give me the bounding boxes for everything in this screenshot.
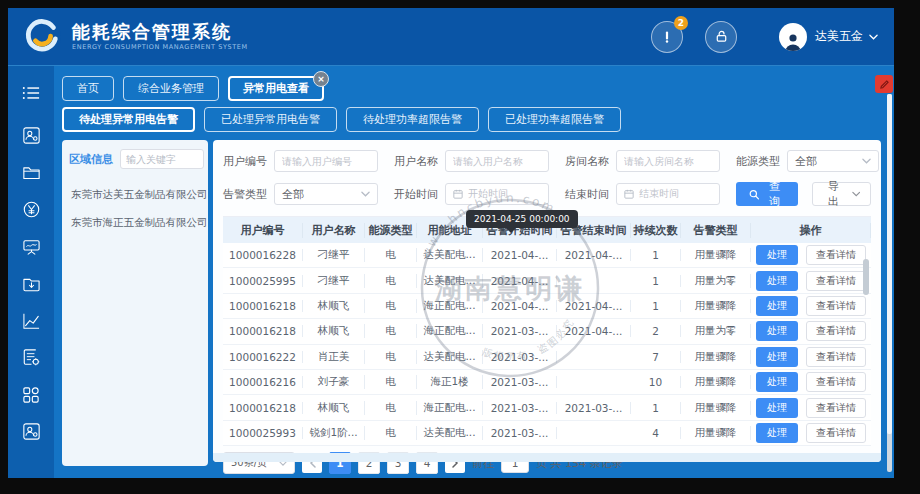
sidebar-item-collection[interactable] [8, 265, 54, 302]
handle-button[interactable]: 处理 [756, 372, 798, 392]
screen: 能耗综合管理系统 ENERGY CONSUMPTION MANAGEMENT S… [0, 0, 920, 494]
view-detail-button[interactable]: 查看详情 [806, 321, 866, 341]
person-icon [783, 31, 803, 51]
energy-type-select[interactable]: 全部 [787, 150, 879, 172]
filter-row-2: 告警类型 全部 开始时间 [223, 182, 871, 206]
room-name-input[interactable] [616, 150, 720, 172]
end-time-input[interactable]: 结束时间 [616, 183, 720, 205]
handle-button[interactable]: 处理 [756, 347, 798, 367]
tab-label: 异常用电查看 [243, 82, 309, 95]
subtab-pending-power-limit[interactable]: 待处理功率超限告警 [346, 107, 479, 132]
list-item[interactable]: 东莞市达美五金制品有限公司 [69, 181, 201, 209]
user-menu[interactable]: 达美五金 [779, 23, 878, 51]
view-detail-button[interactable]: 查看详情 [806, 423, 866, 443]
room-name-label: 房间名称 [565, 154, 609, 169]
table-row[interactable]: 1000016222 肖正美 电 达美配电... 2021-03-... 7 用… [223, 345, 871, 370]
cell-end-time: 2021-04-... [557, 249, 631, 261]
pen-icon [880, 80, 889, 89]
start-time-label: 开始时间 [394, 187, 438, 202]
red-indicator-button[interactable] [875, 75, 893, 93]
table-row[interactable]: 1000016218 林顺飞 电 海正配电... 2021-03-... 202… [223, 395, 871, 420]
subtab-processed-abnormal[interactable]: 已处理异常用电告警 [204, 107, 337, 132]
alarm-type-select[interactable]: 全部 [274, 183, 378, 205]
page-scrollbar[interactable] [887, 94, 892, 472]
query-button-label: 查询 [764, 179, 785, 209]
sidebar-item-billing[interactable] [8, 191, 54, 228]
cell-count: 1 [631, 275, 681, 287]
sidebar-menu-toggle[interactable] [8, 74, 54, 111]
tab-abnormal-power[interactable]: 异常用电查看 × [228, 76, 324, 101]
chevron-down-icon [361, 191, 370, 197]
view-detail-button[interactable]: 查看详情 [806, 398, 866, 418]
cell-user-name: 肖正美 [303, 350, 365, 364]
table-row[interactable]: 1000025995 刁继平 电 达美配电... 2021-04-... 1 用… [223, 268, 871, 293]
cell-address: 海正1楼 [417, 375, 483, 389]
cell-count: 10 [631, 376, 681, 388]
query-button[interactable]: 查询 [736, 182, 798, 206]
sidebar-item-archives[interactable] [8, 154, 54, 191]
view-detail-button[interactable]: 查看详情 [806, 271, 866, 291]
lock-button[interactable] [705, 21, 737, 53]
avatar [779, 23, 807, 51]
table-row[interactable]: 1000016216 刘子豪 电 海正1楼 2021-03-... 10 用量骤… [223, 370, 871, 395]
user-name: 达美五金 [815, 28, 863, 45]
view-detail-button[interactable]: 查看详情 [806, 372, 866, 392]
cell-address: 海正配电... [417, 324, 483, 338]
table-scrollbar[interactable] [863, 259, 869, 295]
column-header[interactable]: 持续次数 [631, 223, 681, 238]
view-detail-button[interactable]: 查看详情 [806, 245, 866, 265]
cell-user-name: 林顺飞 [303, 324, 365, 338]
cell-address: 达美配电... [417, 274, 483, 288]
cell-start-time: 2021-03-... [483, 351, 557, 363]
view-detail-button[interactable]: 查看详情 [806, 347, 866, 367]
view-detail-button[interactable]: 查看详情 [806, 296, 866, 316]
column-header[interactable]: 告警类型 [681, 223, 751, 238]
handle-button[interactable]: 处理 [756, 423, 798, 443]
handle-button[interactable]: 处理 [756, 245, 798, 265]
sidebar-item-apps[interactable] [8, 376, 54, 413]
app-title: 能耗综合管理系统 [72, 22, 248, 42]
cell-user-id: 1000016222 [223, 351, 303, 363]
handle-button[interactable]: 处理 [756, 398, 798, 418]
notification-button[interactable]: 2 [651, 21, 683, 53]
handle-button[interactable]: 处理 [756, 321, 798, 341]
sidebar-item-user-management[interactable] [8, 117, 54, 154]
column-header[interactable]: 用户名称 [303, 223, 365, 238]
cell-alarm-type: 用量骤降 [681, 401, 751, 415]
line-chart-icon [23, 313, 40, 329]
tab-home[interactable]: 首页 [62, 76, 114, 101]
cell-alarm-type: 用量骤降 [681, 426, 751, 440]
table-row[interactable]: 1000016228 刁继平 电 达美配电... 2021-04-... 202… [223, 243, 871, 268]
menu-icon [22, 85, 40, 101]
end-time-placeholder: 结束时间 [639, 187, 679, 201]
cell-user-id: 1000016228 [223, 249, 303, 261]
column-header[interactable]: 能源类型 [365, 223, 417, 238]
subtab-pending-abnormal[interactable]: 待处理异常用电告警 [62, 107, 195, 132]
title-block: 能耗综合管理系统 ENERGY CONSUMPTION MANAGEMENT S… [72, 22, 248, 51]
handle-button[interactable]: 处理 [756, 271, 798, 291]
table-row[interactable]: 1000016218 林顺飞 电 海正配电... 2021-03-... 202… [223, 319, 871, 344]
cell-user-name: 刁继平 [303, 248, 365, 262]
sidebar-item-monitor-board[interactable] [8, 228, 54, 265]
close-tab-icon[interactable]: × [313, 71, 329, 87]
subtab-label: 待处理异常用电告警 [79, 113, 178, 126]
column-header[interactable]: 用户编号 [223, 223, 303, 238]
column-header[interactable]: 操作 [751, 223, 871, 238]
user-id-input[interactable] [274, 150, 378, 172]
subtab-processed-power-limit[interactable]: 已处理功率超限告警 [488, 107, 621, 132]
tab-business-management[interactable]: 综合业务管理 [123, 76, 219, 101]
start-time-input[interactable]: 开始时间 [445, 183, 549, 205]
export-button[interactable]: 导出 [812, 182, 871, 206]
region-search-input[interactable] [120, 149, 204, 169]
content-area: 首页 综合业务管理 异常用电查看 × 待处理异常用电告警 已处理异 [54, 66, 894, 478]
sidebar-item-report-settings[interactable] [8, 339, 54, 376]
handle-button[interactable]: 处理 [756, 296, 798, 316]
cell-address: 海正配电... [417, 401, 483, 415]
document-settings-icon [23, 349, 40, 366]
table-row[interactable]: 1000016218 林顺飞 电 海正配电... 2021-04-... 202… [223, 294, 871, 319]
sidebar-item-analysis[interactable] [8, 302, 54, 339]
list-item[interactable]: 东莞市海正五金制品有限公司 [69, 209, 201, 237]
table-row[interactable]: 1000025993 锐剑1阶... 电 达美配电... 2021-03-...… [223, 421, 871, 446]
user-name-input[interactable] [445, 150, 549, 172]
sidebar-item-accounts[interactable] [8, 413, 54, 450]
